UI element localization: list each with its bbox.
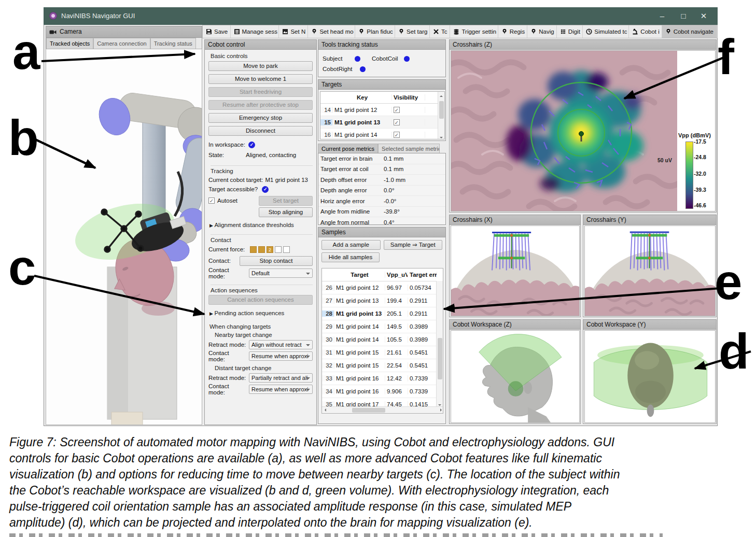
sample-to-target-button[interactable]: Sample ⇒ Target xyxy=(384,240,443,250)
toolbar-tab-plan-fiducials[interactable]: Plan fiduc xyxy=(355,25,395,38)
targets-table[interactable]: Key Visibility 14 M1 grid point 12 ✓ 15 … xyxy=(320,91,445,139)
sample-row[interactable]: 30M1 grid point 14105.50.3989 xyxy=(322,333,443,346)
workspace-y-header: Cobot Workspace (Y) xyxy=(583,320,716,330)
main-toolbar: Save Manage sess Set N Set head mo Plan … xyxy=(202,25,718,38)
stop-aligning-button[interactable]: Stop aligning xyxy=(259,207,313,217)
tab-camera-connection[interactable]: Camera connection xyxy=(93,38,150,49)
target-accessible-check-icon: ✓ xyxy=(262,186,269,193)
contact-mode-select[interactable]: Default xyxy=(249,268,313,278)
scroll-left-arrow[interactable] xyxy=(322,407,329,414)
samples-vertical-scrollbar[interactable] xyxy=(436,281,443,407)
nearby-retract-mode-select[interactable]: Align without retract xyxy=(249,340,313,349)
move-to-welcome-button[interactable]: Move to welcome 1 xyxy=(208,74,313,84)
target-row[interactable]: 16 M1 grid point 14 ✓ xyxy=(320,129,444,139)
sample-row[interactable]: 33M1 grid point 1612.420.7339 xyxy=(322,372,443,385)
toolbar-tab-navigate[interactable]: Navig xyxy=(527,25,557,38)
sample-row[interactable]: 26M1 grid point 1296.970.05734 xyxy=(322,281,443,294)
toolbar-tab-tools[interactable]: Tc xyxy=(430,25,450,38)
camera-3d-view[interactable] xyxy=(46,49,202,425)
basic-controls-label: Basic controls xyxy=(211,53,313,59)
tab-tracked-objects[interactable]: Tracked objects xyxy=(46,38,93,49)
camera-panel-header: Camera xyxy=(46,26,202,38)
visibility-checkbox[interactable]: ✓ xyxy=(394,119,400,125)
targets-key-header[interactable]: Key xyxy=(333,94,392,101)
scroll-thumb[interactable] xyxy=(438,338,442,379)
toolbar-tab-register[interactable]: Regis xyxy=(498,25,528,38)
toolbar-tab-simulated-tools[interactable]: Simulated tc xyxy=(583,25,629,38)
metric-value: -39.8° xyxy=(384,208,400,215)
metric-label: Angle from midline xyxy=(320,208,384,215)
colorbar-gradient xyxy=(685,142,693,209)
caption-line: Figure 7: Screenshot of automated motor … xyxy=(9,435,614,449)
in-workspace-label: In workspace: xyxy=(208,142,245,148)
workspace-y-view[interactable] xyxy=(584,330,716,423)
crosshairs-y-view[interactable] xyxy=(584,225,716,316)
sample-row-selected[interactable]: 28M1 grid point 13205.10.2911 xyxy=(322,307,443,320)
samples-target-header[interactable]: Target xyxy=(334,272,385,278)
toolbar-tab-save[interactable]: Save xyxy=(203,25,231,38)
metric-value: -1.0 mm xyxy=(384,177,405,183)
target-row-selected[interactable]: 15 M1 grid point 13 ✓ xyxy=(320,116,444,129)
toolbar-tab-set-head-model[interactable]: Set head mo xyxy=(308,25,355,38)
close-button[interactable]: ✕ xyxy=(693,9,714,23)
crosshairs-x-view[interactable] xyxy=(451,225,580,316)
hide-all-samples-button[interactable]: Hide all samples xyxy=(321,252,380,262)
pending-action-sequences-expander[interactable]: Pending action sequences xyxy=(209,310,313,316)
target-row[interactable]: 14 M1 grid point 12 ✓ xyxy=(320,104,444,116)
tab-current-pose-metrics[interactable]: Current pose metrics xyxy=(318,144,378,153)
samples-horizontal-scrollbar[interactable] xyxy=(322,406,443,413)
nearby-contact-mode-select[interactable]: Resume when approxi xyxy=(249,351,313,361)
samples-table[interactable]: Target Vpp_uV Target error 26M1 grid poi… xyxy=(321,268,443,414)
samples-vpp-header[interactable]: Vpp_uV xyxy=(385,272,408,278)
distant-contact-mode-select[interactable]: Resume when approxi xyxy=(249,385,313,394)
autoset-checkbox[interactable]: ✓ xyxy=(208,197,215,204)
pin-icon xyxy=(665,29,671,35)
head-pin-icon xyxy=(398,29,404,35)
toolbar-tab-set-mri[interactable]: Set N xyxy=(279,25,308,38)
tab-tracking-status[interactable]: Tracking status xyxy=(150,38,196,49)
targets-visibility-header[interactable]: Visibility xyxy=(392,94,425,101)
sample-row[interactable]: 27M1 grid point 13199.40.2911 xyxy=(322,294,443,307)
move-to-park-button[interactable]: Move to park xyxy=(208,61,313,71)
targets-vertical-scrollbar[interactable] xyxy=(438,92,444,139)
sample-row[interactable]: 31M1 grid point 1521.610.5451 xyxy=(322,346,443,359)
toolbar-tab-manage-session[interactable]: Manage sess xyxy=(231,25,279,38)
minimize-button[interactable]: – xyxy=(652,9,673,23)
emergency-stop-button[interactable]: Emergency stop xyxy=(208,113,313,123)
distant-retract-mode-select[interactable]: Partially retract and ali xyxy=(249,373,313,383)
start-freedriving-button[interactable]: Start freedriving xyxy=(208,87,313,97)
window-title: NaviNIBS Navigator GUI xyxy=(61,12,135,20)
stop-contact-button[interactable]: Stop contact xyxy=(240,256,313,266)
sample-row[interactable]: 34M1 grid point 169.9060.7339 xyxy=(322,385,443,398)
metric-label: Angle from normal xyxy=(320,219,384,225)
visibility-checkbox[interactable]: ✓ xyxy=(394,132,400,138)
scroll-thumb[interactable] xyxy=(352,408,385,413)
scroll-down-arrow[interactable] xyxy=(438,133,445,139)
add-sample-button[interactable]: Add a sample xyxy=(321,240,381,250)
toolbar-tab-digitize[interactable]: Digit xyxy=(557,25,583,38)
image-icon xyxy=(282,29,288,35)
colorbar-tick: -46.6 xyxy=(694,202,706,208)
sample-row[interactable]: 29M1 grid point 14149.50.3989 xyxy=(322,320,443,333)
toolbar-tab-cobot-info[interactable]: Cobot i xyxy=(629,25,662,38)
sample-row[interactable]: 32M1 grid point 1522.540.5451 xyxy=(322,359,443,372)
toolbar-tab-set-targets[interactable]: Set targ xyxy=(395,25,430,38)
scroll-up-arrow[interactable] xyxy=(438,92,445,98)
maximize-button[interactable]: □ xyxy=(673,9,694,23)
cart-foot xyxy=(111,412,143,425)
workspace-z-view[interactable] xyxy=(451,330,580,423)
disconnect-button[interactable]: Disconnect xyxy=(208,126,313,136)
toolbar-tab-trigger-settings[interactable]: Trigger settin xyxy=(450,25,498,38)
scroll-right-arrow[interactable] xyxy=(437,407,443,414)
scroll-thumb[interactable] xyxy=(439,101,444,119)
toolbar-tab-cobot-navigate[interactable]: Cobot navigate xyxy=(662,25,717,38)
resume-after-protective-stop-button[interactable]: Resume after protective stop xyxy=(208,100,313,110)
tool-subject-label: Subject xyxy=(323,55,355,62)
set-target-button[interactable]: Set target xyxy=(259,196,313,206)
crosshairs-z-view[interactable]: Vpp (dBmV) -17.5 -24.8 -32.0 -39.3 -46.6… xyxy=(451,50,716,211)
visibility-checkbox[interactable]: ✓ xyxy=(394,107,400,113)
tab-selected-sample-metrics[interactable]: Selected sample metrics xyxy=(378,144,440,153)
alignment-thresholds-expander[interactable]: Alignment distance thresholds xyxy=(209,222,313,228)
samples-error-header[interactable]: Target error xyxy=(408,272,437,278)
cancel-action-sequences-button[interactable]: Cancel action sequences xyxy=(208,295,313,305)
